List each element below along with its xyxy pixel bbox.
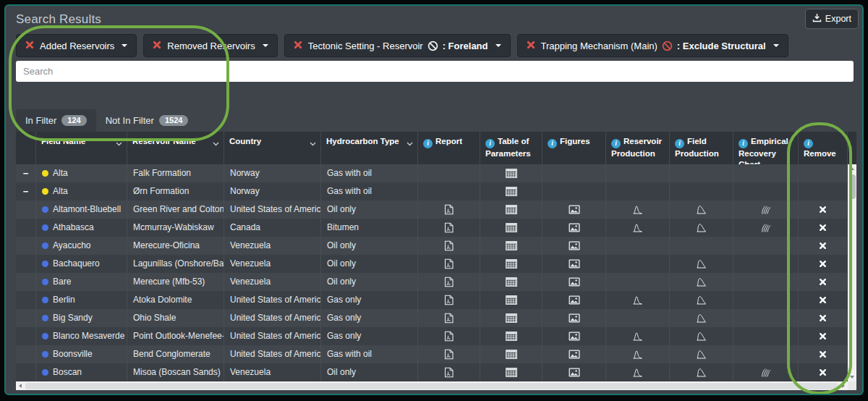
pdf-document-icon[interactable] (444, 222, 454, 233)
table-row[interactable]: BoscanMisoa (Boscan Sands)VenezuelaOil o… (16, 363, 848, 381)
collapse-group-button[interactable]: − (23, 168, 29, 179)
table-grid-icon[interactable] (506, 277, 517, 287)
table-grid-icon[interactable] (506, 205, 517, 214)
filter-tectonic-setting[interactable]: Tectonic Setting - Reservoir : Foreland (284, 34, 511, 57)
decline-curve-icon[interactable] (696, 295, 707, 305)
image-icon[interactable] (569, 332, 580, 341)
remove-x-icon[interactable] (819, 314, 827, 322)
line-chart-icon[interactable] (632, 223, 643, 232)
info-icon[interactable]: i (485, 139, 495, 148)
image-icon[interactable] (569, 205, 580, 214)
image-icon[interactable] (569, 368, 580, 377)
table-row[interactable]: AyacuchoMerecure-OficinaVenezuelaOil onl… (16, 237, 848, 255)
decline-curve-icon[interactable] (696, 332, 707, 341)
table-grid-icon[interactable] (506, 368, 517, 377)
table-row[interactable]: −AltaØrn FormationNorwayGas with oil (16, 182, 848, 200)
line-chart-icon[interactable] (632, 350, 643, 359)
table-grid-icon[interactable] (506, 187, 517, 196)
pdf-document-icon[interactable] (444, 258, 454, 269)
remove-x-icon[interactable] (819, 332, 827, 340)
line-chart-icon[interactable] (632, 295, 643, 305)
decline-curve-icon[interactable] (696, 277, 707, 287)
image-icon[interactable] (569, 277, 580, 287)
image-icon[interactable] (569, 223, 580, 232)
info-icon[interactable]: i (739, 139, 748, 148)
decline-curve-icon[interactable] (696, 368, 707, 377)
table-grid-icon[interactable] (506, 295, 517, 305)
line-chart-icon[interactable] (632, 368, 643, 377)
pdf-document-icon[interactable] (444, 295, 454, 305)
scroll-right-arrow[interactable] (839, 381, 848, 390)
remove-x-icon[interactable] (819, 242, 827, 250)
recovery-curves-icon[interactable] (760, 223, 772, 232)
table-row[interactable]: BoonsvilleBend ConglomerateUnited States… (16, 345, 848, 363)
remove-x-icon[interactable] (819, 278, 827, 286)
remove-x-icon[interactable] (819, 260, 827, 268)
decline-curve-icon[interactable] (696, 313, 707, 323)
table-row[interactable]: BachaqueroLagunillas (Onshore/Ba...Venez… (16, 255, 848, 273)
info-icon[interactable]: i (423, 139, 433, 148)
image-icon[interactable] (569, 313, 580, 323)
info-icon[interactable]: i (675, 139, 684, 148)
table-grid-icon[interactable] (506, 350, 517, 359)
table-grid-icon[interactable] (506, 313, 517, 323)
column-header-reservoir-name[interactable]: Reservoir Name (127, 132, 224, 164)
table-grid-icon[interactable] (506, 332, 517, 341)
remove-x-icon[interactable] (819, 368, 827, 376)
tab-in-filter[interactable]: In Filter 124 (16, 109, 96, 132)
scroll-up-arrow[interactable] (848, 164, 856, 173)
vertical-scrollbar-thumb[interactable] (849, 174, 856, 199)
image-icon[interactable] (569, 350, 580, 359)
line-chart-icon[interactable] (632, 205, 643, 214)
decline-curve-icon[interactable] (696, 205, 707, 214)
pdf-document-icon[interactable] (444, 240, 454, 251)
table-row[interactable]: AthabascaMcmurray-WabiskawCanadaBitumen (16, 219, 848, 237)
info-icon[interactable]: i (804, 139, 813, 148)
scroll-left-arrow[interactable] (16, 381, 25, 390)
pdf-document-icon[interactable] (444, 277, 454, 287)
table-grid-icon[interactable] (506, 169, 517, 178)
table-row[interactable]: −AltaFalk FormationNorwayGas with oil (16, 164, 848, 182)
search-input[interactable] (16, 61, 854, 82)
image-icon[interactable] (569, 241, 580, 250)
horizontal-scrollbar-thumb[interactable] (25, 383, 838, 389)
pdf-document-icon[interactable] (444, 204, 454, 215)
remove-x-icon[interactable] (819, 296, 827, 304)
export-button[interactable]: Export (805, 9, 859, 29)
info-icon[interactable]: i (611, 139, 621, 148)
table-row[interactable]: BareMerecure (Mfb-53)VenezuelaOil only (16, 273, 848, 291)
table-grid-icon[interactable] (506, 259, 517, 269)
collapse-group-button[interactable]: − (23, 186, 29, 197)
column-header-field-name[interactable]: Field Name (36, 132, 127, 164)
line-chart-icon[interactable] (632, 332, 643, 341)
scroll-down-arrow[interactable] (848, 373, 856, 381)
info-icon[interactable]: i (548, 139, 557, 148)
remove-x-icon[interactable] (819, 206, 827, 214)
filter-trapping-mechanism[interactable]: Trapping Mechanism (Main) : Exclude Stru… (517, 34, 788, 57)
pdf-document-icon[interactable] (444, 313, 454, 324)
table-row[interactable]: Big SandyOhio ShaleUnited States of Amer… (16, 309, 848, 327)
decline-curve-icon[interactable] (696, 350, 707, 359)
pdf-document-icon[interactable] (444, 331, 454, 342)
recovery-curves-icon[interactable] (760, 368, 772, 377)
horizontal-scrollbar[interactable] (16, 381, 848, 390)
filter-added-reservoirs[interactable]: Added Reservoirs (16, 34, 137, 57)
tab-not-in-filter[interactable]: Not In Filter 1524 (96, 109, 198, 132)
table-row[interactable]: Blanco MesaverdePoint Outlook-Menefee-..… (16, 327, 848, 345)
filter-removed-reservoirs[interactable]: Removed Reservoirs (143, 34, 277, 57)
recovery-curves-icon[interactable] (760, 205, 772, 214)
column-header-hydrocarbon-type[interactable]: Hydrocarbon Type (321, 132, 418, 164)
pdf-document-icon[interactable] (444, 349, 454, 360)
vertical-scrollbar[interactable] (848, 164, 856, 381)
decline-curve-icon[interactable] (696, 259, 707, 269)
remove-x-icon[interactable] (819, 350, 827, 358)
table-row[interactable]: Altamont-BluebellGreen River and Colton.… (16, 200, 848, 219)
table-grid-icon[interactable] (506, 223, 517, 232)
image-icon[interactable] (569, 259, 580, 269)
table-grid-icon[interactable] (506, 241, 517, 250)
decline-curve-icon[interactable] (696, 223, 707, 232)
column-header-country[interactable]: Country (224, 132, 321, 164)
pdf-document-icon[interactable] (444, 367, 454, 378)
table-row[interactable]: BerlinAtoka DolomiteUnited States of Ame… (16, 291, 848, 309)
image-icon[interactable] (569, 295, 580, 305)
